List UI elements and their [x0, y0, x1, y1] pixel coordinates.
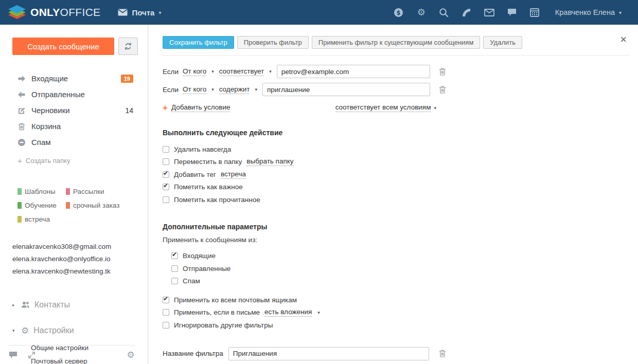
apply-from-row: Входящие [171, 250, 447, 263]
user-name: Кравченко Елена [555, 8, 615, 16]
filter-editor: Сохранить фильтр Проверить фильтр Примен… [149, 25, 638, 364]
chevron-down-icon: ▾ [12, 328, 16, 333]
contacts-label: Контакты [34, 300, 70, 310]
support-chat-icon[interactable] [8, 350, 17, 359]
draft-count: 14 [125, 106, 133, 115]
folder-label: Входящие [31, 74, 68, 83]
close-icon[interactable]: × [620, 34, 627, 45]
sidebar-item-settings[interactable]: ▾ ⚙ Настройки [12, 326, 148, 335]
draft-icon [17, 106, 26, 115]
add-condition-button[interactable]: + Добавить условие [163, 103, 230, 112]
option-row: Игнорировать другие фильтры [163, 319, 447, 332]
attachments-dropdown[interactable]: есть вложения [264, 308, 312, 317]
condition-field-dropdown[interactable]: От кого [183, 85, 206, 94]
logo-text: ONLYOFFICE [30, 6, 100, 19]
params-section-title: Дополнительные параметры [163, 223, 447, 231]
sidebar-item-contacts[interactable]: ▸ Контакты [12, 300, 148, 310]
payments-icon[interactable]: $ [394, 7, 404, 17]
apply-from-row: Спам [171, 275, 447, 288]
match-mode-dropdown[interactable]: соответствует всем условиям ▾ [335, 103, 437, 112]
account-item[interactable]: elenakravcenko308@gmail.com [12, 241, 148, 253]
footer-gear-icon[interactable]: ⚙ [126, 350, 135, 359]
checkbox[interactable] [163, 184, 169, 190]
user-menu[interactable]: Кравченко Елена ▾ [555, 8, 622, 16]
condition-value-input[interactable] [277, 65, 430, 78]
sidebar-item-sent[interactable]: Отправленные [0, 86, 148, 102]
delete-condition-icon[interactable] [438, 85, 447, 94]
tag-item[interactable]: встреча [17, 215, 59, 223]
compose-button[interactable]: Создать сообщение [12, 38, 114, 55]
tag-item[interactable]: срочный заказ [66, 202, 148, 209]
calendar-icon[interactable] [529, 7, 540, 17]
check-filter-button[interactable]: Проверить фильтр [237, 36, 309, 49]
clear-name-icon[interactable] [438, 349, 447, 358]
refresh-button[interactable] [118, 38, 138, 55]
choose-folder-link[interactable]: выбрать папку [246, 157, 293, 166]
checkbox[interactable] [163, 322, 169, 329]
account-item[interactable]: elena.kravchenko@onlyoffice.io [12, 253, 148, 265]
refresh-icon [123, 42, 133, 51]
checkbox[interactable] [163, 171, 169, 178]
mail-icon[interactable] [484, 7, 494, 17]
onlyoffice-logo[interactable]: ONLYOFFICE [8, 5, 100, 20]
condition-op-dropdown[interactable]: соответствует [219, 67, 264, 76]
checkbox[interactable] [171, 265, 178, 272]
sidebar-item-spam[interactable]: Спам [0, 134, 148, 150]
condition-op-dropdown[interactable]: содержит [219, 85, 250, 94]
svg-text:$: $ [397, 9, 401, 16]
settings-label: Настройки [33, 326, 74, 335]
tag-list: Шаблоны Рассылки Обучение срочный заказ … [17, 188, 148, 223]
product-label: Почта [132, 8, 154, 17]
checkbox[interactable] [171, 252, 178, 259]
folder-label: Черновики [31, 106, 70, 115]
condition-controls: + Добавить условие соответствует всем ус… [163, 103, 447, 112]
tag-item[interactable]: Рассылки [66, 188, 148, 195]
feed-icon[interactable] [462, 7, 472, 17]
settings-icon[interactable]: ⚙ [416, 7, 427, 17]
delete-condition-icon[interactable] [438, 67, 447, 76]
plus-icon: + [17, 156, 22, 165]
action-row: Пометить как важное [163, 181, 447, 194]
search-icon[interactable] [439, 7, 449, 17]
folder-label: Корзина [31, 122, 61, 131]
save-filter-button[interactable]: Сохранить фильтр [163, 36, 234, 49]
tag-color-swatch [17, 216, 22, 223]
talk-icon[interactable] [507, 7, 517, 17]
arrow-left-icon [17, 90, 26, 99]
checkbox[interactable] [163, 309, 169, 316]
top-icons: $ ⚙ [394, 7, 540, 17]
tag-link[interactable]: встреча [221, 170, 246, 179]
checkbox[interactable] [171, 278, 178, 284]
condition-value-input[interactable] [262, 83, 430, 96]
onlyoffice-layers-icon [8, 5, 26, 20]
sidebar-item-drafts[interactable]: Черновики 14 [0, 102, 148, 118]
account-item[interactable]: elena.kravcenko@newtesting.tk [12, 265, 148, 278]
chevron-down-icon: ▾ [211, 87, 214, 92]
condition-row: Если От кого ▾ соответствует ▾ [163, 65, 447, 78]
trash-icon [17, 122, 26, 131]
apply-filter-button[interactable]: Применить фильтр к существующим сообщени… [312, 36, 481, 49]
chevron-down-icon: ▾ [434, 105, 436, 111]
expand-icon[interactable] [27, 350, 36, 359]
sidebar-item-trash[interactable]: Корзина [0, 118, 148, 134]
condition-field-dropdown[interactable]: От кого [183, 67, 206, 76]
chevron-down-icon: ▾ [619, 10, 622, 15]
product-switcher[interactable]: Почта ▾ [118, 8, 161, 17]
tag-item[interactable]: Обучение [17, 202, 59, 209]
checkbox[interactable] [163, 196, 169, 203]
checkbox[interactable] [163, 146, 169, 153]
checkbox[interactable] [163, 158, 169, 165]
tag-item[interactable]: Шаблоны [17, 188, 59, 195]
filter-name-input[interactable] [228, 347, 429, 360]
filter-toolbar: Сохранить фильтр Проверить фильтр Примен… [163, 36, 630, 56]
plus-icon: + [163, 103, 168, 112]
create-folder-button[interactable]: + Создать папку [17, 156, 148, 165]
if-label: Если [163, 68, 179, 76]
action-row: Удалить навсегда [163, 143, 447, 156]
contacts-icon [21, 301, 30, 308]
chevron-down-icon: ▾ [317, 310, 320, 315]
delete-filter-button[interactable]: Удалить [483, 36, 522, 49]
sidebar-item-inbox[interactable]: Входящие 19 [0, 70, 148, 86]
action-row: Переместить в папку выбрать папку [163, 156, 447, 169]
checkbox[interactable] [163, 297, 169, 303]
